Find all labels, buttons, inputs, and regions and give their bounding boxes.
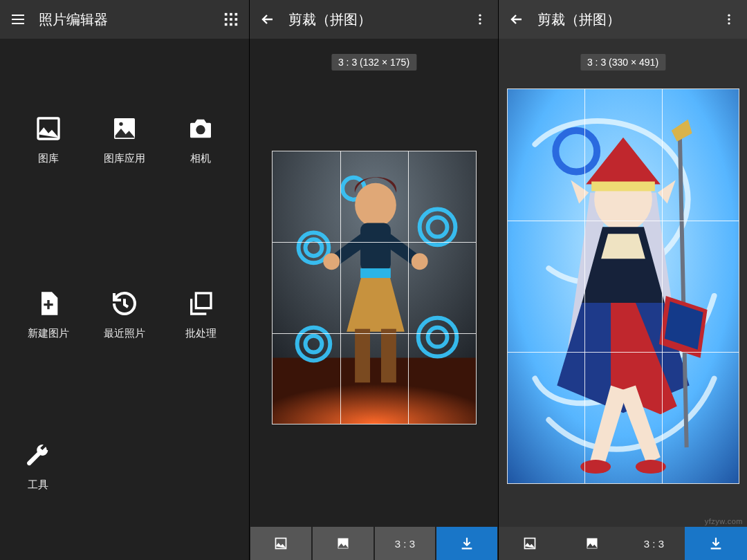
bottom-gallery-button[interactable]: [499, 527, 561, 560]
svg-point-14: [479, 15, 481, 17]
ratio-text: 3 : 3: [644, 538, 664, 550]
bottom-download-button[interactable]: [436, 527, 497, 560]
action-new-image[interactable]: 新建图片: [28, 290, 69, 340]
svg-rect-32: [355, 329, 370, 383]
svg-point-28: [355, 183, 396, 227]
action-gallery[interactable]: 图库: [35, 115, 62, 165]
svg-point-15: [479, 18, 481, 20]
crop-panel-2: 剪裁（拼图） 3 : 3 (330 × 491): [498, 0, 747, 560]
svg-rect-6: [225, 24, 228, 26]
action-label: 最近照片: [104, 327, 145, 340]
tools-label: 工具: [28, 478, 48, 492]
bottom-download-button[interactable]: [685, 527, 747, 560]
image-icon: [35, 115, 62, 142]
app-title: 照片编辑器: [39, 10, 210, 29]
action-label: 图库应用: [104, 152, 145, 165]
svg-point-39: [728, 22, 730, 24]
svg-rect-4: [230, 18, 232, 21]
svg-rect-33: [381, 329, 396, 383]
action-grid: 图库 图库应用 相机: [0, 39, 249, 340]
svg-point-12: [196, 125, 205, 134]
svg-rect-0: [225, 13, 228, 16]
bottom-image-button[interactable]: [561, 527, 623, 560]
apps-grid-icon[interactable]: [221, 10, 241, 29]
svg-point-16: [479, 22, 481, 24]
photo-icon: [111, 115, 138, 142]
artwork-2: [508, 89, 739, 483]
bottom-image-button[interactable]: [313, 527, 374, 560]
svg-point-45: [636, 460, 666, 474]
action-recent[interactable]: 最近照片: [104, 290, 145, 340]
ratio-badge: 3 : 3 (132 × 175): [331, 54, 416, 71]
crop-canvas[interactable]: [507, 88, 739, 484]
back-arrow-icon[interactable]: [507, 10, 526, 29]
history-icon: [111, 290, 138, 317]
topbar-right: 剪裁（拼图）: [499, 0, 747, 39]
svg-point-44: [580, 460, 611, 474]
watermark-text: yfzyw.com: [705, 517, 743, 525]
action-label: 批处理: [185, 327, 216, 340]
crop-canvas[interactable]: [272, 151, 477, 424]
topbar-mid: 剪裁（拼图）: [250, 0, 498, 39]
svg-rect-3: [225, 18, 228, 21]
svg-rect-18: [273, 357, 476, 424]
svg-rect-1: [230, 13, 232, 16]
action-label: 新建图片: [28, 327, 69, 340]
crop-title: 剪裁（拼图）: [288, 10, 459, 29]
more-vert-icon[interactable]: [719, 10, 739, 29]
svg-rect-43: [591, 182, 655, 192]
crop-title: 剪裁（拼图）: [537, 10, 708, 29]
svg-rect-7: [230, 24, 232, 26]
new-file-icon: [35, 290, 62, 317]
ratio-badge: 3 : 3 (330 × 491): [580, 54, 665, 71]
wrench-icon: [25, 442, 51, 469]
svg-point-11: [119, 122, 122, 126]
action-gallery-app[interactable]: 图库应用: [104, 115, 145, 165]
stack-icon: [187, 290, 214, 317]
crop-panel-1: 剪裁（拼图） 3 : 3 (132 × 175): [249, 0, 498, 560]
svg-rect-29: [360, 223, 391, 271]
bottom-ratio-button[interactable]: 3 : 3: [623, 527, 685, 560]
svg-rect-5: [235, 18, 238, 21]
ratio-text: 3 : 3: [395, 538, 415, 550]
action-batch[interactable]: 批处理: [185, 290, 216, 340]
bottombar-right: 3 : 3: [499, 527, 747, 560]
photo-editor-home: 照片编辑器 图库: [0, 0, 249, 560]
action-camera[interactable]: 相机: [187, 115, 214, 165]
svg-rect-13: [196, 293, 211, 308]
svg-rect-8: [235, 24, 238, 26]
svg-rect-2: [235, 13, 238, 16]
artwork-1: [273, 151, 476, 424]
camera-icon: [187, 115, 214, 142]
more-vert-icon[interactable]: [470, 10, 490, 29]
action-label: 图库: [38, 152, 59, 165]
bottom-ratio-button[interactable]: 3 : 3: [375, 527, 436, 560]
action-tools[interactable]: 工具: [25, 442, 51, 492]
bottom-gallery-button[interactable]: [250, 527, 311, 560]
svg-point-30: [323, 253, 340, 270]
svg-point-37: [728, 15, 730, 17]
action-label: 相机: [190, 152, 211, 165]
bottombar-mid: 3 : 3: [250, 527, 498, 560]
back-arrow-icon[interactable]: [258, 10, 277, 29]
svg-point-38: [728, 18, 730, 20]
svg-rect-34: [360, 268, 391, 278]
menu-icon[interactable]: [8, 10, 28, 29]
svg-point-31: [412, 253, 428, 270]
topbar-left: 照片编辑器: [0, 0, 249, 39]
